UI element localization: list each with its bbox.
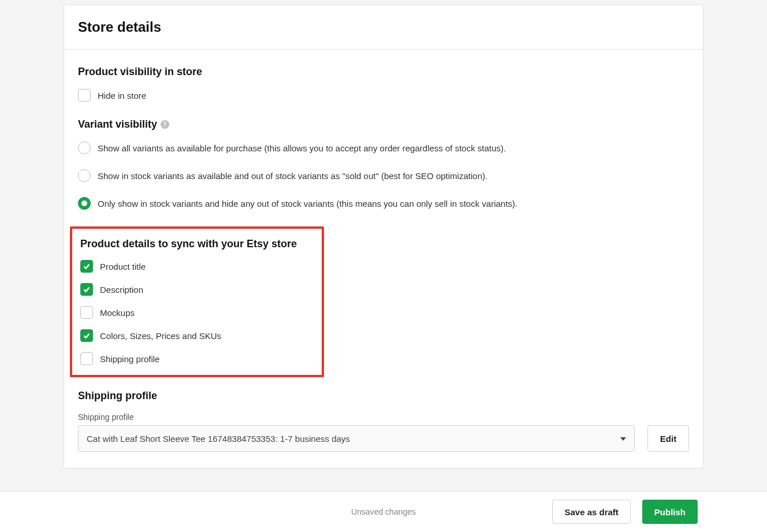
unsaved-changes-status: Unsaved changes — [351, 507, 416, 516]
section-title-variant-visibility: Variant visibility ? — [78, 118, 689, 131]
hide-in-store-label: Hide in store — [98, 90, 146, 102]
variant-visibility-radio-2[interactable] — [78, 197, 91, 210]
section-variant-visibility: Variant visibility ? Show all variants a… — [78, 118, 689, 210]
sync-details-highlight: Product details to sync with your Etsy s… — [70, 226, 324, 377]
variant-visibility-radio-1[interactable] — [78, 169, 91, 182]
section-product-visibility: Product visibility in store Hide in stor… — [78, 66, 689, 102]
shipping-field-label: Shipping profile — [78, 412, 689, 422]
section-title-product-visibility: Product visibility in store — [78, 66, 689, 78]
publish-button[interactable]: Publish — [642, 500, 698, 524]
help-icon[interactable]: ? — [161, 120, 169, 129]
caret-down-icon — [620, 434, 626, 444]
variant-visibility-label-1: Show in stock variants as available and … — [98, 170, 487, 182]
section-title-shipping: Shipping profile — [78, 390, 689, 402]
sync-label-1: Description — [100, 284, 143, 296]
sync-label-4: Shipping profile — [100, 353, 159, 365]
sync-checkbox-2[interactable] — [80, 306, 93, 319]
shipping-profile-selected-value: Cat with Leaf Short Sleeve Tee 167483847… — [87, 434, 350, 444]
card-header: Store details — [64, 5, 703, 50]
section-title-sync: Product details to sync with your Etsy s… — [80, 238, 314, 250]
sync-label-3: Colors, Sizes, Prices and SKUs — [100, 330, 221, 342]
page-title: Store details — [78, 19, 689, 35]
edit-shipping-button[interactable]: Edit — [647, 425, 689, 452]
sync-checkbox-3[interactable] — [80, 329, 93, 342]
sync-checkbox-1[interactable] — [80, 283, 93, 296]
store-details-card: Store details Product visibility in stor… — [64, 5, 703, 468]
variant-visibility-radio-0[interactable] — [78, 142, 91, 154]
save-as-draft-button[interactable]: Save as draft — [552, 500, 630, 524]
variant-visibility-label-0: Show all variants as available for purch… — [98, 142, 506, 154]
variant-visibility-label-2: Only show in stock variants and hide any… — [98, 198, 517, 210]
svg-marker-0 — [620, 437, 626, 441]
sync-checkbox-4[interactable] — [80, 352, 93, 365]
shipping-profile-select[interactable]: Cat with Leaf Short Sleeve Tee 167483847… — [78, 425, 635, 452]
section-shipping-profile: Shipping profile Shipping profile Cat wi… — [78, 390, 689, 452]
footer-bar: Unsaved changes Save as draft Publish — [0, 491, 767, 526]
variant-visibility-title-text: Variant visibility — [78, 118, 157, 131]
sync-checkbox-0[interactable] — [80, 260, 93, 273]
sync-label-2: Mockups — [100, 307, 135, 319]
hide-in-store-checkbox[interactable] — [78, 89, 91, 102]
sync-label-0: Product title — [100, 261, 146, 273]
